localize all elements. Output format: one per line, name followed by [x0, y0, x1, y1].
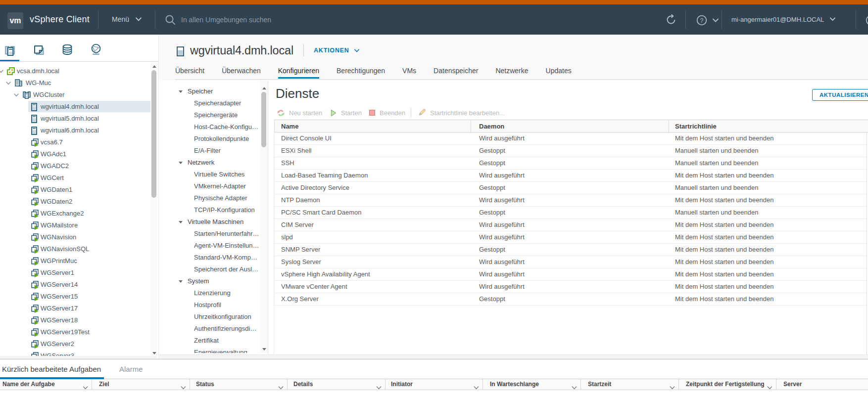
sort-chevron-icon[interactable]: [278, 383, 284, 392]
object-tab-Überwachen[interactable]: Überwachen: [222, 64, 261, 79]
tree-item-WGAdc1[interactable]: WGAdc1: [0, 148, 150, 160]
service-row-Syslog Server[interactable]: Syslog ServerWird ausgeführtMit dem Host…: [274, 256, 867, 268]
config-nav-Protokollendpunkte[interactable]: Protokollendpunkte: [159, 133, 268, 145]
help-menu[interactable]: ?: [696, 15, 719, 28]
refresh-icon[interactable]: [666, 14, 676, 25]
config-nav-TCP/IP-Konfiguration[interactable]: TCP/IP-Konfiguration: [159, 204, 268, 216]
tree-item-WGServer2[interactable]: WGServer2: [0, 338, 150, 350]
tree-item-WGCluster[interactable]: WGCluster: [0, 89, 150, 101]
tasks-column-Name der Aufgabe[interactable]: Name der Aufgabe: [2, 379, 55, 390]
service-row-vSphere High Availability Agent[interactable]: vSphere High Availability AgentWird ausg…: [274, 268, 867, 281]
sidebar-tab-networking[interactable]: [86, 41, 106, 60]
tree-item-WGServer14[interactable]: WGServer14: [0, 279, 150, 291]
config-nav-Zertifikat[interactable]: Zertifikat: [159, 335, 268, 347]
sort-chevron-icon[interactable]: [376, 383, 382, 392]
tree-scrollbar[interactable]: [150, 62, 158, 357]
tree-item-wgvirtual6.dmh.local[interactable]: wgvirtual6.dmh.local: [0, 125, 150, 136]
config-nav-Speichergeräte[interactable]: Speichergeräte: [159, 109, 268, 121]
object-tab-Konfigurieren[interactable]: Konfigurieren: [278, 64, 319, 79]
service-row-slpd[interactable]: slpdWird ausgeführtMit dem Host starten …: [274, 231, 867, 244]
sort-chevron-icon[interactable]: [670, 383, 675, 392]
config-nav-Lizenzierung[interactable]: Lizenzierung: [159, 287, 268, 299]
config-nav-Hostprofil[interactable]: Hostprofil: [159, 299, 268, 311]
toolbar-button-Starten[interactable]: Starten: [331, 107, 362, 119]
section-collapse-triangle[interactable]: [179, 162, 183, 164]
tree-expand-chevron[interactable]: [14, 93, 19, 97]
tasks-column-In Warteschlange[interactable]: In Warteschlange: [490, 379, 539, 390]
object-tab-Netzwerke[interactable]: Netzwerke: [495, 64, 528, 79]
tasks-column-Startzeit[interactable]: Startzeit: [588, 379, 611, 390]
config-nav-Virtuelle Switches[interactable]: Virtuelle Switches: [159, 169, 268, 180]
service-row-Active Directory Service[interactable]: Active Directory ServiceGestopptManuell …: [274, 182, 867, 194]
scroll-down-arrow[interactable]: [262, 348, 266, 351]
tasks-column-Server[interactable]: Server: [783, 379, 802, 390]
config-nav-Uhrzeitkonfiguration[interactable]: Uhrzeitkonfiguration: [159, 311, 268, 323]
configure-nav-scrollbar[interactable]: [260, 81, 268, 353]
column-header-Daemon[interactable]: Daemon: [479, 120, 504, 133]
sort-chevron-icon[interactable]: [767, 383, 772, 392]
sort-chevron-icon[interactable]: [83, 383, 88, 392]
toolbar-button-Beenden[interactable]: Beenden: [369, 107, 405, 119]
config-nav-E/A-Filter[interactable]: E/A-Filter: [159, 145, 268, 157]
sort-chevron-icon[interactable]: [474, 383, 479, 392]
tree-item-WGServer19Test[interactable]: WGServer19Test: [0, 326, 150, 338]
toolbar-button-Neu starten[interactable]: Neu starten: [277, 107, 322, 119]
tree-item-WGMailstore[interactable]: WGMailstore: [0, 220, 150, 231]
config-nav-Speicherort der Auslagerungsdatei[interactable]: Speicherort der Auslagerungsdatei: [159, 264, 268, 275]
content-horizontal-scrollbar[interactable]: [159, 354, 868, 359]
sort-chevron-icon[interactable]: [181, 383, 186, 392]
scroll-up-arrow[interactable]: [262, 87, 266, 89]
config-nav-Netzwerk[interactable]: Netzwerk: [159, 157, 268, 169]
tasks-column-Ziel[interactable]: Ziel: [99, 379, 109, 390]
scroll-thumb[interactable]: [261, 92, 266, 147]
section-collapse-triangle[interactable]: [179, 221, 183, 223]
tree-item-WGServer17[interactable]: WGServer17: [0, 303, 150, 314]
tree-item-WGServer3[interactable]: WGServer3: [0, 350, 150, 356]
config-nav-Host-Cache-Konfiguration[interactable]: Host-Cache-Konfiguration: [159, 121, 268, 133]
tree-item-vcsa6.7[interactable]: vcsa6.7: [0, 136, 150, 148]
feedback-icon[interactable]: [866, 15, 868, 26]
menu-button[interactable]: Menü: [112, 4, 142, 35]
tasks-column-Status[interactable]: Status: [196, 379, 214, 390]
vmware-logo[interactable]: vm: [7, 12, 23, 29]
object-tab-Berechtigungen[interactable]: Berechtigungen: [337, 64, 385, 79]
tree-item-WGNavisionSQL[interactable]: WGNavisionSQL: [0, 243, 150, 255]
service-row-Load-Based Teaming Daemon[interactable]: Load-Based Teaming DaemonWird ausgeführt…: [274, 170, 867, 182]
toolbar-button-Startrichtlinie bearbeiten...[interactable]: Startrichtlinie bearbeiten...: [418, 107, 505, 119]
tree-item-wgvirtual4.dmh.local[interactable]: wgvirtual4.dmh.local: [0, 101, 150, 113]
section-collapse-triangle[interactable]: [179, 90, 183, 93]
config-nav-Virtuelle Maschinen[interactable]: Virtuelle Maschinen: [159, 216, 268, 228]
sidebar-tab-vms-and-templates[interactable]: [29, 41, 48, 60]
tree-item-WG-Muc[interactable]: WG-Muc: [0, 77, 150, 89]
service-row-ESXi Shell[interactable]: ESXi ShellGestopptManuell starten und be…: [274, 145, 867, 157]
tasks-tab-Alarme[interactable]: Alarme: [119, 359, 143, 377]
tree-item-WGPrintMuc[interactable]: WGPrintMuc: [0, 255, 150, 267]
config-nav-VMkernel-Adapter[interactable]: VMkernel-Adapter: [159, 180, 268, 192]
tasks-column-Zeitpunkt der Fertigstellung[interactable]: Zeitpunkt der Fertigstellung: [686, 379, 765, 390]
service-row-NTP Daemon[interactable]: NTP DaemonWird ausgeführtMit dem Host st…: [274, 194, 867, 207]
tree-item-WGExchange2[interactable]: WGExchange2: [0, 208, 150, 220]
column-header-Name[interactable]: Name: [281, 120, 298, 133]
config-nav-Speicheradapter[interactable]: Speicheradapter: [159, 97, 268, 109]
config-nav-Physische Adapter[interactable]: Physische Adapter: [159, 192, 268, 204]
tree-item-WGServer15[interactable]: WGServer15: [0, 291, 150, 303]
service-row-PC/SC Smart Card Daemon[interactable]: PC/SC Smart Card DaemonGestopptManuell s…: [274, 207, 867, 219]
sidebar-tab-hosts-and-clusters[interactable]: [0, 41, 20, 60]
tree-item-WGDaten2[interactable]: WGDaten2: [0, 196, 150, 208]
service-row-Direct Console UI[interactable]: Direct Console UIWird ausgeführtMit dem …: [274, 132, 867, 145]
object-tab-Datenspeicher[interactable]: Datenspeicher: [434, 64, 478, 79]
service-row-X.Org Server[interactable]: X.Org ServerGestopptMit dem Host starten…: [274, 293, 867, 306]
sidebar-tab-storage[interactable]: [57, 41, 77, 60]
actions-button[interactable]: AKTIONEN: [314, 39, 359, 62]
service-row-CIM Server[interactable]: CIM ServerWird ausgeführtMit dem Host st…: [274, 219, 867, 231]
config-nav-Agent-VM-Einstellungen[interactable]: Agent-VM-Einstellungen: [159, 240, 268, 252]
tree-item-WGServer1[interactable]: WGServer1: [0, 267, 150, 279]
tree-item-WGCert[interactable]: WGCert: [0, 172, 150, 184]
service-row-SNMP Server[interactable]: SNMP ServerGestopptMit dem Host starten …: [274, 244, 867, 256]
tree-expand-chevron[interactable]: [6, 82, 11, 85]
refresh-services-button[interactable]: AKTUALISIEREN: [812, 89, 868, 101]
tree-expand-chevron[interactable]: [0, 70, 3, 73]
tree-item-WGNavision[interactable]: WGNavision: [0, 231, 150, 243]
global-search[interactable]: In allen Umgebungen suchen: [165, 4, 271, 35]
config-nav-Energieverwaltung[interactable]: Energieverwaltung: [159, 347, 268, 353]
